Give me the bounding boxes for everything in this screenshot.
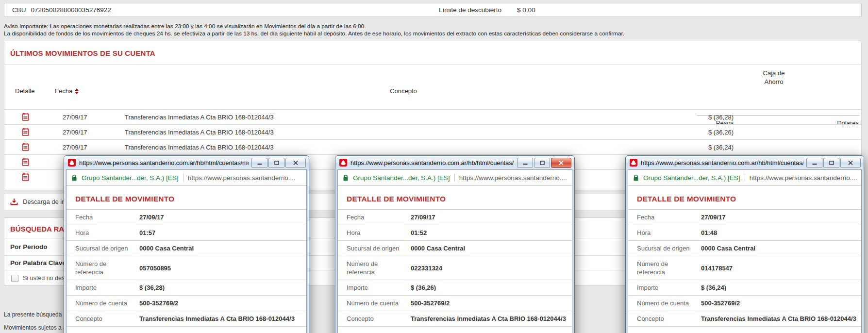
minimize-icon — [257, 161, 262, 165]
notice-line-2: La disponibilidad de fondos de los movim… — [4, 30, 624, 37]
column-group-caja-de-ahorro: Caja de Ahorro — [745, 69, 803, 86]
field-value: $ (36,28) — [139, 284, 165, 291]
movement-date: 27/09/17 — [63, 114, 87, 121]
table-row: 27/09/17 Transferencias Inmediatas A Cta… — [4, 124, 861, 139]
overdraft-limit-field: Límite de descubierto$ 0,00 — [439, 6, 535, 14]
field-label: Sucursal de origen — [75, 244, 139, 252]
maximize-icon — [829, 161, 834, 165]
maximize-icon — [274, 161, 279, 165]
column-header-concepto: Concepto — [340, 87, 467, 95]
field-label: Número de cuenta — [637, 299, 701, 307]
table-row: 27/09/17 Transferencias Inmediatas A Cta… — [4, 139, 861, 154]
field-value: Transferencias Inmediatas A Cta BRIO 168… — [411, 315, 566, 322]
field-value: Transferencias Inmediatas A Cta BRIO 168… — [139, 315, 295, 322]
field-value: $ (36,24) — [701, 284, 726, 291]
minimize-icon — [523, 161, 528, 165]
field-label: Número de cuenta — [347, 299, 411, 307]
window-titlebar[interactable]: https://www.personas.santanderrio.com.ar… — [335, 156, 574, 169]
certificate-name[interactable]: Grupo Santander...der, S.A.) [ES] — [82, 174, 179, 182]
movement-detail-icon[interactable] — [22, 173, 29, 181]
movement-detail-icon[interactable] — [22, 143, 29, 151]
field-value: 27/09/17 — [411, 214, 435, 221]
field-value: 057050895 — [139, 265, 171, 272]
close-button[interactable] — [840, 158, 861, 168]
field-label: Concepto — [347, 315, 411, 323]
close-button[interactable] — [551, 158, 571, 168]
detail-field-row: Hora01:57 — [67, 225, 306, 241]
movement-detail-icon[interactable] — [22, 158, 29, 166]
address-url: https://www.personas.santanderrio.... — [459, 174, 567, 182]
table-row: 27/09/17 Transferencias Inmediatas A Cta… — [4, 109, 861, 124]
window-titlebar[interactable]: https://www.personas.santanderrio.com.ar… — [626, 156, 864, 169]
address-url: https://www.personas.santanderrio.... — [188, 174, 296, 182]
detail-field-row: Fecha27/09/17 — [338, 210, 572, 225]
cbu-field: CBU0720500288000035276922 — [12, 6, 111, 14]
window-body: Grupo Santander...der, S.A.) [ES] https:… — [337, 169, 572, 333]
detail-field-row: ConceptoTransferencias Inmediatas A Cta … — [338, 311, 572, 327]
lock-icon — [71, 174, 77, 182]
detail-field-row: Sucursal de origen0000 Casa Central — [628, 241, 861, 256]
detail-field-row: Sucursal de origen0000 Casa Central — [67, 241, 306, 256]
field-label: Hora — [637, 229, 701, 237]
field-label: Número de referencia — [347, 260, 385, 276]
fecha-header-label: Fecha — [55, 87, 72, 95]
field-label: Importe — [347, 283, 411, 292]
window-titlebar[interactable]: https://www.personas.santanderrio.com.ar… — [64, 156, 309, 169]
field-value: 0000 Casa Central — [701, 245, 755, 252]
field-value: Transferencias Inmediatas A Cta BRIO 168… — [701, 315, 856, 322]
movement-concept: Transferencias Inmediatas A Cta BRIO 168… — [125, 114, 274, 121]
field-label: Sucursal de origen — [637, 244, 701, 252]
movement-detail-icon[interactable] — [22, 113, 29, 121]
window-body: Grupo Santander...der, S.A.) [ES] https:… — [66, 169, 307, 333]
window-title-url: https://www.personas.santanderrio.com.ar… — [79, 159, 249, 166]
movement-date: 27/09/17 — [63, 144, 87, 151]
field-label: Importe — [637, 283, 701, 292]
movement-date: 27/09/17 — [63, 129, 87, 136]
maximize-button[interactable] — [268, 158, 284, 168]
search-option-checkbox[interactable] — [11, 275, 18, 282]
security-bar: Grupo Santander...der, S.A.) [ES] https:… — [338, 170, 572, 186]
footer-note-1: La presente búsqueda no — [4, 311, 70, 318]
certificate-name[interactable]: Grupo Santander...der, S.A.) [ES] — [643, 174, 740, 182]
field-value: 0000 Casa Central — [411, 245, 465, 252]
security-separator — [745, 174, 745, 182]
column-header-fecha[interactable]: Fecha — [55, 87, 79, 95]
ahorro-label: Ahorro — [764, 78, 783, 85]
movements-panel-title: ÚLTIMOS MOVIMIENTOS DE SU CUENTA — [4, 41, 861, 65]
certificate-name[interactable]: Grupo Santander...der, S.A.) [ES] — [353, 174, 450, 182]
notice-line-1: Aviso Importante: Las operaciones moneta… — [4, 23, 624, 30]
field-value: $ (36,26) — [411, 284, 436, 291]
window-title-url: https://www.personas.santanderrio.com.ar… — [641, 159, 803, 166]
detail-field-row: ConceptoTransferencias Inmediatas A Cta … — [67, 311, 306, 327]
close-icon — [848, 161, 853, 165]
popup-window-detalle-2: https://www.personas.santanderrio.com.ar… — [335, 155, 575, 333]
minimize-button[interactable] — [517, 158, 533, 168]
field-label: Hora — [75, 229, 139, 237]
movement-concept: Transferencias Inmediatas A Cta BRIO 168… — [125, 129, 274, 136]
close-icon — [559, 161, 564, 165]
movement-detail-icon[interactable] — [22, 128, 29, 136]
footer-note-2: Movimientos sujetos a aju — [4, 324, 71, 331]
popup-window-detalle-3: https://www.personas.santanderrio.com.ar… — [625, 155, 864, 333]
minimize-button[interactable] — [251, 158, 267, 168]
window-body: Grupo Santander...der, S.A.) [ES] https:… — [628, 169, 862, 333]
close-icon — [293, 161, 298, 165]
close-button[interactable] — [285, 158, 306, 168]
detail-field-row: Número de cuenta500-352769/2 — [628, 296, 861, 311]
santander-flame-icon — [68, 159, 76, 166]
maximize-button[interactable] — [534, 158, 550, 168]
minimize-button[interactable] — [806, 158, 822, 168]
field-label: Número de cuenta — [75, 299, 139, 307]
detail-heading: DETALLE DE MOVIMIENTO — [628, 186, 861, 210]
cbu-value: 0720500288000035276922 — [31, 6, 111, 14]
window-controls — [517, 158, 571, 168]
maximize-button[interactable] — [823, 158, 839, 168]
sort-arrows-icon[interactable] — [75, 88, 79, 94]
movement-amount-pesos: $ (36,24) — [708, 144, 734, 151]
field-label: Concepto — [75, 315, 139, 323]
column-header-detalle: Detalle — [15, 87, 34, 95]
detail-field-row: Hora01:48 — [628, 225, 861, 241]
window-title-url: https://www.personas.santanderrio.com.ar… — [351, 159, 514, 166]
detail-heading: DETALLE DE MOVIMIENTO — [338, 186, 572, 210]
detail-field-row: Fecha27/09/17 — [67, 210, 306, 225]
